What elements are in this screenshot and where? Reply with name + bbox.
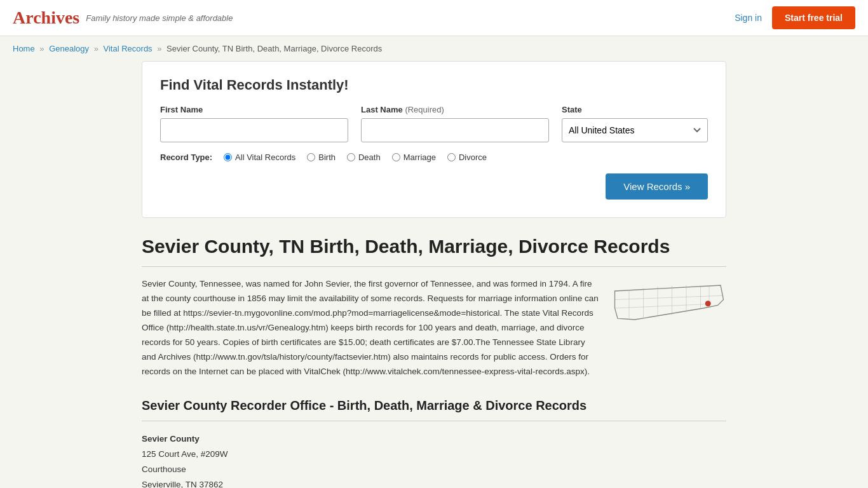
search-title: Find Vital Records Instantly! [160, 77, 708, 93]
radio-marriage[interactable]: Marriage [392, 152, 436, 162]
radio-death-label: Death [358, 152, 381, 162]
recorder-section: Sevier County Recorder Office - Birth, D… [142, 398, 726, 488]
first-name-input[interactable] [160, 118, 348, 142]
breadcrumb-vital-records[interactable]: Vital Records [104, 44, 153, 53]
breadcrumb-separator-3: » [157, 44, 161, 53]
svg-line-8 [615, 304, 707, 308]
recorder-address-line2: Courthouse [142, 464, 186, 474]
search-box: Find Vital Records Instantly! First Name… [142, 61, 726, 218]
logo-text: Archives [13, 8, 79, 27]
description-text: Sevier County, Tennessee, was named for … [142, 277, 599, 379]
first-name-label: First Name [160, 105, 348, 114]
state-select[interactable]: All United StatesAlabamaAlaskaArizonaArk… [562, 118, 708, 142]
start-trial-button[interactable]: Start free trial [772, 6, 855, 29]
radio-divorce[interactable]: Divorce [447, 152, 487, 162]
breadcrumb-separator-2: » [94, 44, 98, 53]
last-name-group: Last Name (Required) [361, 105, 549, 142]
tn-map [612, 277, 726, 379]
breadcrumb-current: Sevier County, TN Birth, Death, Marriage… [166, 44, 382, 53]
radio-divorce-label: Divorce [459, 152, 487, 162]
recorder-name: Sevier County [142, 434, 200, 444]
radio-all-input[interactable] [224, 153, 232, 161]
header-right: Sign in Start free trial [735, 6, 855, 29]
sign-in-link[interactable]: Sign in [735, 13, 762, 23]
record-type-row: Record Type: All Vital Records Birth Dea… [160, 152, 708, 162]
recorder-address: Sevier County 125 Court Ave, #209W Court… [142, 431, 726, 488]
recorder-section-title: Sevier County Recorder Office - Birth, D… [142, 398, 726, 413]
breadcrumb-home[interactable]: Home [13, 44, 35, 53]
radio-divorce-input[interactable] [447, 153, 456, 161]
svg-line-7 [615, 295, 724, 299]
radio-marriage-input[interactable] [392, 153, 400, 161]
radio-death-input[interactable] [347, 153, 355, 161]
page-title: Sevier County, TN Birth, Death, Marriage… [142, 236, 726, 257]
breadcrumb-genealogy[interactable]: Genealogy [49, 44, 89, 53]
recorder-address-line1: 125 Court Ave, #209W [142, 449, 228, 459]
view-records-button[interactable]: View Records » [606, 173, 708, 200]
main-content: Find Vital Records Instantly! First Name… [129, 61, 739, 488]
radio-birth-label: Birth [318, 152, 336, 162]
site-logo: Archives [13, 8, 79, 28]
tn-map-svg [612, 277, 726, 328]
radio-all-label: All Vital Records [235, 152, 295, 162]
view-records-row: View Records » [160, 173, 708, 200]
form-row-fields: First Name Last Name (Required) State Al… [160, 105, 708, 142]
recorder-address-line3: Sevierville, TN 37862 [142, 480, 223, 488]
state-label: State [562, 105, 708, 114]
header-left: Archives Family history made simple & af… [13, 8, 233, 28]
title-divider [142, 266, 726, 267]
radio-birth[interactable]: Birth [307, 152, 336, 162]
logo-tagline: Family history made simple & affordable [86, 13, 233, 23]
radio-death[interactable]: Death [347, 152, 381, 162]
radio-marriage-label: Marriage [403, 152, 436, 162]
state-group: State All United StatesAlabamaAlaskaAriz… [562, 105, 708, 142]
first-name-group: First Name [160, 105, 348, 142]
description-section: Sevier County, Tennessee, was named for … [142, 277, 726, 379]
last-name-label: Last Name (Required) [361, 105, 549, 114]
recorder-divider [142, 421, 726, 421]
radio-birth-input[interactable] [307, 153, 315, 161]
county-marker [705, 301, 711, 306]
breadcrumb: Home » Genealogy » Vital Records » Sevie… [0, 36, 868, 61]
breadcrumb-separator-1: » [39, 44, 44, 53]
last-name-input[interactable] [361, 118, 549, 142]
site-header: Archives Family history made simple & af… [0, 0, 868, 36]
radio-all-vital-records[interactable]: All Vital Records [224, 152, 295, 162]
record-type-label: Record Type: [160, 152, 212, 162]
